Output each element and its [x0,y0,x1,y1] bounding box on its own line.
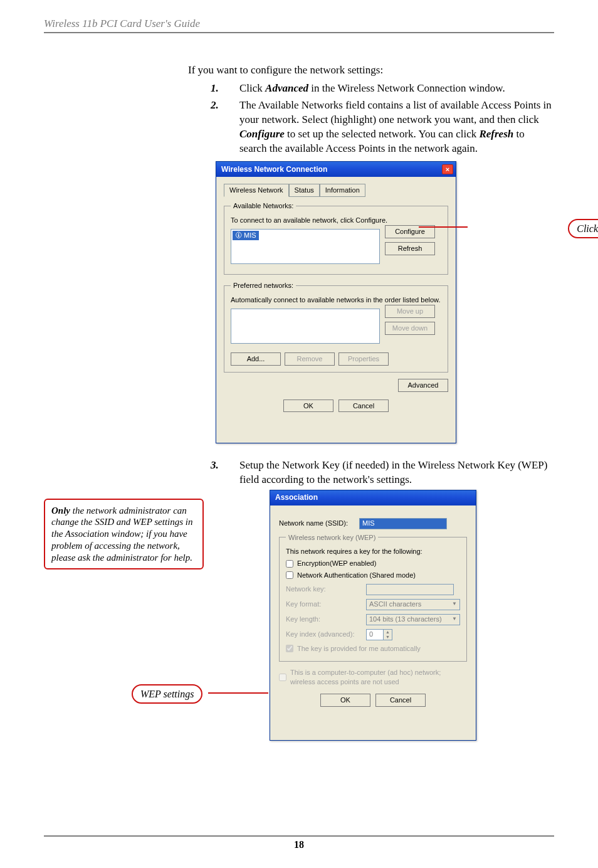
click-callout: Click [568,219,598,239]
network-key-label: Network key: [286,585,361,594]
footer-rule [44,835,554,837]
step-number: 2. [211,98,239,156]
ok-button[interactable]: OK [320,694,370,707]
refresh-button[interactable]: Refresh [385,242,435,255]
window-title: Wireless Network Connection [221,164,327,174]
tab-status[interactable]: Status [289,184,320,198]
close-icon[interactable]: × [442,164,453,174]
step-body: Click Advanced in the Wireless Network C… [239,82,554,96]
step-body: Setup the Network Key (if needed) in the… [239,458,554,487]
chevron-down-icon: ▼ [452,601,457,608]
available-networks-legend: Available Networks: [231,201,296,211]
window-titlebar[interactable]: Wireless Network Connection × [216,162,456,177]
cancel-button[interactable]: Cancel [338,400,389,413]
add-button[interactable]: Add... [231,352,281,366]
window-title: Association [275,492,318,502]
cancel-button[interactable]: Cancel [375,694,426,707]
wep-requirement-text: This network requires a key for the foll… [286,547,460,556]
move-up-button: Move up [385,305,435,318]
remove-button: Remove [285,352,335,366]
list-item[interactable]: MIS [233,231,259,240]
move-down-button: Move down [385,322,435,335]
key-length-select: 104 bits (13 characters)▼ [366,614,460,625]
ssid-input[interactable]: MIS [359,518,447,529]
chevron-up-icon: ▲ [384,630,392,635]
preferred-networks-legend: Preferred networks: [231,281,296,290]
auth-label: Network Authentication (Shared mode) [297,571,416,580]
wep-settings-callout: WEP settings [132,684,202,704]
preferred-networks-list[interactable] [231,309,380,344]
adhoc-label: This is a computer-to-computer (ad hoc) … [290,668,467,687]
chevron-down-icon: ▼ [452,616,457,623]
admin-note-callout: Only the network administrator can chang… [44,499,204,570]
tab-wireless-network[interactable]: Wireless Network [224,184,289,198]
key-format-select: ASCII characters▼ [366,599,460,610]
encryption-label: Encryption(WEP enabled) [297,559,376,568]
intro-text: If you want to configure the network set… [188,63,554,78]
auto-key-label: The key is provided for me automatically [297,644,421,654]
page-header: Wireless 11b PCI Card User's Guide [44,18,554,33]
available-networks-helper: To connect to an available network, clic… [231,216,441,225]
ssid-label: Network name (SSID): [279,519,354,528]
adhoc-checkbox [279,674,286,681]
step-number: 1. [211,82,239,96]
preferred-networks-helper: Automatically connect to available netwo… [231,295,441,305]
properties-button: Properties [338,352,389,366]
step-body: The Available Networks field contains a … [239,98,554,156]
wireless-network-connection-window: Wireless Network Connection × Wireless N… [216,161,456,443]
advanced-button[interactable]: Advanced [398,379,448,392]
wep-legend: Wireless network key (WEP) [286,533,378,542]
auto-key-checkbox [286,645,293,652]
window-titlebar[interactable]: Association [270,490,476,505]
step-number: 3. [211,458,239,487]
tab-information[interactable]: Information [320,184,365,198]
key-format-label: Key format: [286,600,361,609]
auth-checkbox[interactable] [286,571,293,579]
callout-leader [419,226,468,228]
page-number: 18 [294,839,304,850]
chevron-down-icon: ▼ [384,635,392,640]
network-key-input [366,584,454,595]
encryption-checkbox[interactable] [286,560,293,568]
ok-button[interactable]: OK [283,400,333,413]
association-window: Association Network name (SSID): MIS Wir… [270,490,476,741]
key-length-label: Key length: [286,615,361,624]
key-index-label: Key index (advanced): [286,630,361,639]
callout-leader [208,692,268,694]
available-networks-list[interactable]: MIS [231,229,380,264]
key-index-stepper: 0 ▲▼ [366,629,392,640]
